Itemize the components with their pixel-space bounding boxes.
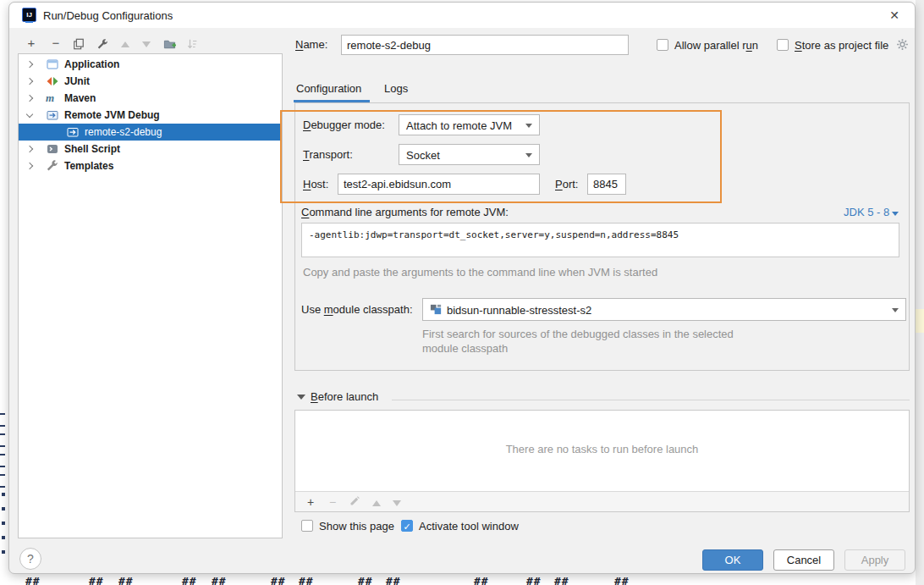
application-icon (46, 58, 59, 71)
tree-item-application[interactable]: Application (19, 56, 282, 73)
shell-script-icon (46, 142, 59, 156)
empty-tasks-message: There are no tasks to run before launch (295, 443, 909, 455)
dropdown-arrow-icon (525, 153, 532, 157)
tree-item-shell-script[interactable]: Shell Script (19, 141, 282, 157)
background-text: ## (526, 575, 542, 585)
new-folder-icon[interactable] (161, 35, 178, 52)
sort-alphabetically-icon[interactable] (184, 35, 201, 52)
remove-task-icon[interactable]: − (324, 494, 341, 510)
tab-logs[interactable]: Logs (384, 82, 408, 95)
activate-tool-window-label: Activate tool window (419, 520, 519, 533)
apply-button[interactable]: Apply (844, 549, 905, 571)
chevron-down-icon[interactable] (26, 111, 33, 118)
background-highlight-patch (916, 309, 924, 333)
command-line-arguments-label: Command line arguments for remote JVM: (301, 206, 509, 218)
port-input[interactable] (587, 174, 626, 195)
name-input[interactable] (341, 35, 629, 55)
add-task-icon[interactable]: + (302, 494, 319, 510)
background-text: ## (118, 575, 134, 585)
module-classpath-dropdown[interactable]: bidsun-runnable-stresstest-s2 (422, 298, 906, 321)
activate-tool-window-checkbox[interactable]: ✓ (401, 520, 413, 532)
remote-jvm-debug-icon (66, 125, 80, 139)
move-down-icon[interactable] (138, 35, 155, 52)
chevron-right-icon[interactable] (26, 78, 33, 85)
move-up-icon[interactable] (117, 35, 134, 52)
tree-item-templates[interactable]: Templates (19, 157, 282, 174)
background-text: ## (25, 575, 41, 585)
chevron-right-icon[interactable] (26, 146, 33, 152)
cancel-button[interactable]: Cancel (773, 549, 834, 571)
section-divider (392, 400, 910, 400)
edit-templates-wrench-icon[interactable] (94, 35, 111, 52)
chevron-down-icon (892, 212, 899, 216)
port-label: Port: (555, 178, 578, 190)
background-artifact (2, 522, 5, 525)
background-artifact (2, 536, 5, 539)
show-this-page-label: Show this page (319, 520, 394, 533)
debugger-mode-label: Debugger mode: (303, 119, 385, 131)
allow-parallel-run-label: Allow parallel run (674, 39, 758, 52)
background-window-strip (916, 0, 924, 585)
remove-icon[interactable]: − (47, 35, 64, 52)
tree-item-remote-jvm-debug[interactable]: Remote JVM Debug (19, 107, 282, 124)
tree-item-junit[interactable]: JUnit (19, 73, 282, 90)
background-artifact (0, 413, 5, 427)
intellij-logo-icon: IJ (22, 8, 36, 22)
allow-parallel-run-checkbox[interactable] (657, 39, 668, 51)
chevron-right-icon[interactable] (26, 61, 33, 68)
junit-icon (46, 75, 59, 88)
edit-task-pencil-icon[interactable] (346, 494, 363, 510)
background-artifact (0, 474, 5, 488)
help-button[interactable]: ? (19, 548, 41, 570)
store-as-project-file-label: Store as project file (795, 39, 888, 52)
ok-button[interactable]: OK (702, 549, 763, 571)
tree-item-maven[interactable]: m Maven (19, 90, 282, 107)
background-artifact (0, 454, 5, 467)
copy-icon[interactable] (70, 35, 87, 52)
background-text: ## (182, 575, 197, 585)
close-icon[interactable]: ✕ (887, 8, 902, 23)
background-text: ## (474, 575, 489, 585)
collapse-arrow-icon[interactable] (297, 395, 305, 400)
host-label: Host: (303, 178, 328, 190)
transport-dropdown[interactable]: Socket (399, 144, 540, 165)
move-task-up-icon[interactable] (368, 494, 385, 510)
module-icon (430, 303, 443, 318)
background-text-row: ## ## ## ## ## ## ## ## ## ## ## ## ## (0, 575, 924, 585)
before-launch-label: Before launch (311, 390, 378, 403)
module-hint-line2: module classpath (422, 342, 508, 355)
agent-arguments-field[interactable]: -agentlib:jdwp=transport=dt_socket,serve… (301, 223, 899, 257)
tasks-toolbar: + − (295, 491, 909, 511)
background-artifact (2, 493, 5, 496)
dialog-titlebar[interactable]: IJ Run/Debug Configurations ✕ (9, 3, 915, 28)
background-text: ## (212, 575, 227, 585)
gear-icon[interactable] (896, 38, 909, 54)
background-text: ## (386, 575, 401, 585)
add-icon[interactable]: + (23, 35, 40, 52)
transport-label: Transport: (303, 148, 353, 161)
templates-wrench-icon (46, 159, 59, 173)
tab-configuration[interactable]: Configuration (296, 82, 361, 95)
background-text: ## (554, 575, 569, 585)
show-this-page-checkbox[interactable] (301, 520, 313, 532)
configurations-tree: Application JUnit m Maven Remote JVM Deb… (18, 53, 283, 538)
move-task-down-icon[interactable] (388, 494, 405, 510)
debugger-mode-dropdown[interactable]: Attach to remote JVM (399, 114, 540, 135)
module-classpath-label: Use module classpath: (301, 303, 413, 316)
background-text: ## (358, 575, 373, 585)
host-input[interactable] (338, 174, 540, 195)
background-text: ## (271, 575, 286, 585)
tree-item-remote-s2-debug[interactable]: remote-s2-debug (19, 124, 282, 141)
before-launch-tasks-list[interactable]: There are no tasks to run before launch … (294, 410, 910, 512)
remote-jvm-debug-icon (46, 108, 59, 122)
dropdown-arrow-icon (892, 308, 899, 312)
chevron-right-icon[interactable] (26, 95, 33, 102)
dropdown-arrow-icon (525, 124, 532, 128)
background-text: ## (614, 575, 630, 585)
background-text: ## (89, 575, 104, 585)
run-debug-configurations-dialog: IJ Run/Debug Configurations ✕ + − Applic… (8, 2, 916, 574)
jdk-version-link[interactable]: JDK 5 - 8 (844, 206, 899, 218)
chevron-right-icon[interactable] (26, 163, 33, 169)
store-as-project-file-checkbox[interactable] (777, 39, 789, 51)
dialog-title: Run/Debug Configurations (43, 9, 173, 22)
